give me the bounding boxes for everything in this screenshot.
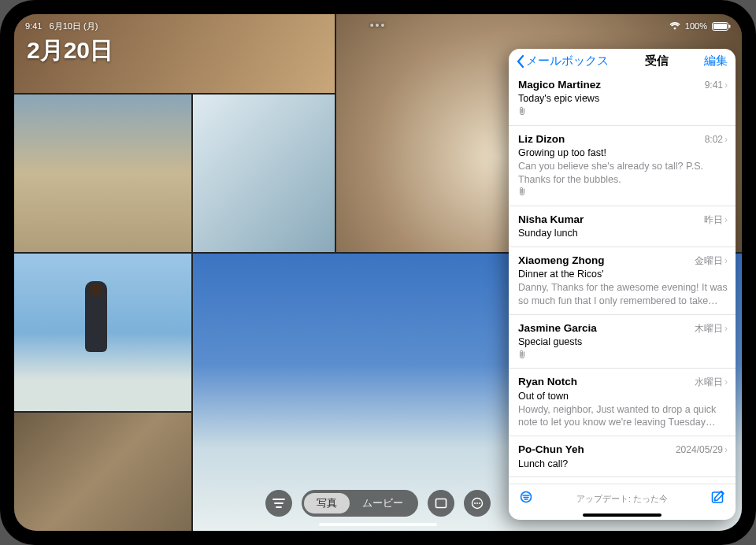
photos-date-header: 2月20日 bbox=[27, 35, 113, 67]
mail-time: 9:41 › bbox=[705, 79, 728, 91]
svg-rect-9 bbox=[713, 492, 723, 502]
aspect-button[interactable] bbox=[428, 490, 454, 517]
mail-filter-button[interactable] bbox=[518, 491, 534, 507]
chevron-right-icon: › bbox=[724, 133, 728, 146]
chevron-right-icon: › bbox=[724, 443, 728, 456]
mail-subject: Special guests bbox=[518, 336, 728, 349]
mail-item[interactable]: Liz Dizon8:02 ›Growing up too fast!Can y… bbox=[509, 126, 736, 206]
status-time: 9:41 bbox=[25, 21, 42, 31]
attachment-icon bbox=[518, 350, 728, 362]
mail-nav-bar: メールボックス 受信 編集 bbox=[509, 49, 736, 72]
mail-time: 昨日 › bbox=[704, 213, 728, 226]
mail-title: 受信 bbox=[645, 54, 669, 69]
mail-edit-button[interactable]: 編集 bbox=[704, 54, 728, 69]
compose-button[interactable] bbox=[710, 489, 726, 509]
chevron-left-icon bbox=[517, 55, 524, 68]
mail-preview: Can you believe she's already so tall? P… bbox=[518, 160, 728, 187]
screen: 9:41 6月10日 (月) 100% ••• 2月20日 bbox=[14, 14, 742, 531]
mail-sender: Ryan Notch bbox=[518, 375, 577, 389]
mail-slideover-panel[interactable]: ••• メールボックス 受信 編集 Magico Martinez9:41 ›T… bbox=[509, 49, 736, 520]
chevron-right-icon: › bbox=[724, 213, 728, 226]
mail-back-label: メールボックス bbox=[526, 54, 609, 69]
mail-time: 金曜日 › bbox=[695, 254, 728, 267]
mail-back-button[interactable]: メールボックス bbox=[517, 54, 609, 69]
ipad-frame: 9:41 6月10日 (月) 100% ••• 2月20日 bbox=[0, 0, 756, 545]
mail-subject: Sunday lunch bbox=[518, 227, 728, 240]
mail-subject: Dinner at the Ricos' bbox=[518, 268, 728, 281]
mail-list[interactable]: Magico Martinez9:41 ›Today's epic viewsL… bbox=[509, 72, 736, 484]
mail-toolbar: アップデート: たった今 bbox=[509, 484, 736, 520]
chevron-right-icon: › bbox=[724, 322, 728, 335]
svg-point-7 bbox=[479, 502, 480, 504]
mail-item[interactable]: Xiaomeng Zhong金曜日 ›Dinner at the Ricos'D… bbox=[509, 247, 736, 315]
chevron-right-icon: › bbox=[724, 376, 728, 388]
chevron-right-icon: › bbox=[724, 79, 728, 91]
mail-sender: Nisha Kumar bbox=[518, 213, 584, 227]
mail-sender: Liz Dizon bbox=[518, 132, 565, 146]
mail-preview: Howdy, neighbor, Just wanted to drop a q… bbox=[518, 403, 728, 430]
mail-sender: Jasmine Garcia bbox=[518, 321, 597, 336]
status-right: 100% bbox=[669, 21, 731, 31]
mail-item[interactable]: Po-Chun Yeh2024/05/29 ›Lunch call? bbox=[509, 436, 736, 477]
mail-subject: Out of town bbox=[518, 390, 728, 403]
svg-rect-3 bbox=[436, 499, 447, 508]
photo-tile[interactable] bbox=[14, 95, 191, 252]
mail-subject: Growing up too fast! bbox=[518, 146, 728, 160]
mail-time: 木曜日 › bbox=[695, 322, 728, 335]
svg-rect-2 bbox=[729, 24, 731, 28]
mail-time: 8:02 › bbox=[705, 133, 728, 146]
wifi-icon bbox=[669, 22, 680, 30]
photo-tile[interactable] bbox=[14, 413, 191, 531]
mail-item[interactable]: Nisha Kumar昨日 ›Sunday lunch bbox=[509, 206, 736, 247]
mail-subject: Today's epic views bbox=[518, 92, 728, 106]
attachment-icon bbox=[518, 187, 728, 199]
battery-label: 100% bbox=[685, 21, 707, 31]
slideover-home-indicator[interactable] bbox=[583, 513, 662, 517]
more-button[interactable] bbox=[464, 490, 491, 517]
view-segmented-control[interactable]: 写真 ムービー bbox=[302, 490, 418, 517]
status-left: 9:41 6月10日 (月) bbox=[25, 20, 98, 32]
segment-photos[interactable]: 写真 bbox=[304, 493, 350, 513]
segment-movies[interactable]: ムービー bbox=[350, 493, 416, 513]
mail-sender: Po-Chun Yeh bbox=[518, 443, 584, 457]
home-indicator[interactable] bbox=[319, 523, 437, 526]
mail-item[interactable]: Jasmine Garcia木曜日 ›Special guests bbox=[509, 315, 736, 369]
mail-subject: Lunch call? bbox=[518, 458, 728, 471]
battery-icon bbox=[712, 22, 731, 31]
photo-tile[interactable] bbox=[193, 95, 335, 252]
status-bar: 9:41 6月10日 (月) 100% bbox=[14, 14, 742, 35]
attachment-icon bbox=[518, 106, 728, 119]
svg-point-5 bbox=[474, 502, 476, 504]
mail-item[interactable]: Ryan Notch水曜日 ›Out of townHowdy, neighbo… bbox=[509, 369, 736, 436]
status-date: 6月10日 (月) bbox=[50, 21, 98, 31]
svg-rect-1 bbox=[713, 24, 727, 29]
mail-time: 2024/05/29 › bbox=[676, 443, 728, 456]
mail-item[interactable]: Magico Martinez9:41 ›Today's epic views bbox=[509, 72, 736, 126]
svg-point-6 bbox=[476, 502, 478, 504]
filter-button[interactable] bbox=[265, 490, 292, 517]
chevron-right-icon: › bbox=[724, 254, 728, 267]
mail-updated-label: アップデート: たった今 bbox=[576, 493, 668, 505]
mail-sender: Xiaomeng Zhong bbox=[518, 254, 605, 268]
photo-tile[interactable] bbox=[14, 254, 191, 411]
mail-preview: Danny, Thanks for the awesome evening! I… bbox=[518, 281, 728, 308]
mail-sender: Magico Martinez bbox=[518, 78, 601, 92]
mail-time: 水曜日 › bbox=[695, 376, 728, 388]
